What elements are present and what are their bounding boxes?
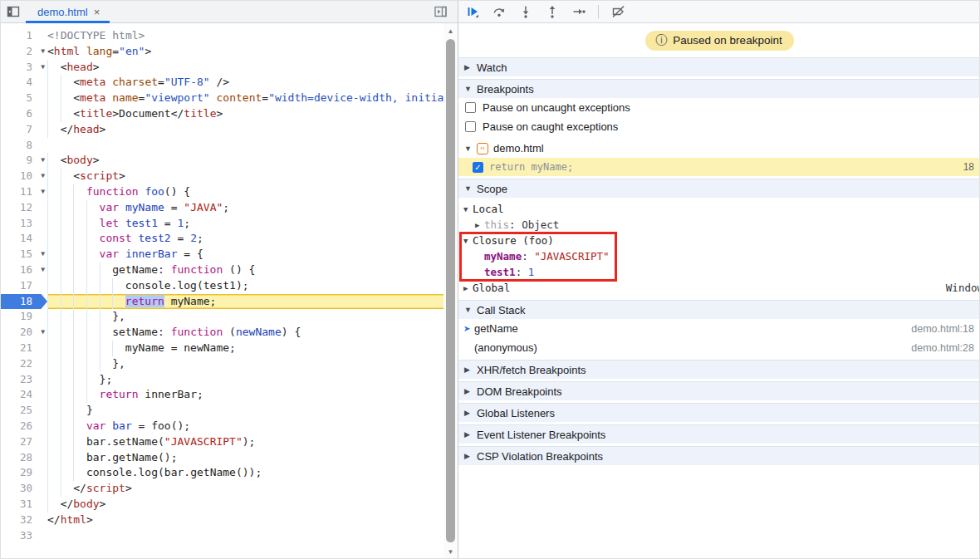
code-text[interactable]: <head> [47,60,443,76]
line-gutter[interactable]: 26 [1,419,47,434]
code-text[interactable]: <script> [47,169,443,184]
line-number[interactable]: 30 [20,481,32,497]
disclosure-triangle-icon[interactable]: ▼ [463,205,471,213]
line-gutter[interactable]: 3▼ [1,60,47,76]
code-text[interactable]: }, [47,356,443,372]
pause-on-uncaught-exceptions-row[interactable]: Pause on uncaught exceptions [458,98,980,117]
line-number[interactable]: 23 [20,372,32,388]
code-editor[interactable]: 1<!DOCTYPE html>2▼<html lang="en">3▼<hea… [1,23,458,559]
line-gutter[interactable]: 21 [1,341,47,356]
line-gutter[interactable]: 23 [1,372,47,388]
scroll-up-icon[interactable]: ▲ [443,25,458,37]
code-text[interactable]: console.log(test1); [47,278,443,294]
code-text[interactable]: var myName = "JAVA"; [47,200,443,216]
code-text[interactable]: <body> [47,153,443,169]
line-gutter[interactable]: 29 [1,465,47,481]
line-number[interactable]: 11 [20,184,32,200]
breakpoint-file-group[interactable]: ▼ ‹› demo.html [458,139,980,158]
code-text[interactable]: </html> [47,512,443,528]
pause-uncaught-checkbox[interactable] [465,102,476,113]
line-number[interactable]: 29 [20,465,32,481]
line-gutter[interactable]: 15▼ [1,247,47,262]
fold-arrow-icon[interactable]: ▼ [41,247,45,262]
line-number[interactable]: 21 [20,341,32,356]
code-text[interactable] [47,138,443,154]
resume-script-icon[interactable] [465,4,480,19]
line-gutter[interactable]: 6 [1,106,47,122]
code-text[interactable]: var bar = foo(); [47,419,443,434]
line-gutter[interactable]: 14 [1,231,47,247]
line-number[interactable]: 13 [20,216,32,232]
line-number[interactable]: 27 [20,434,32,450]
line-gutter[interactable]: 16▼ [1,262,47,278]
disclosure-triangle-icon[interactable]: ▶ [475,221,483,229]
code-text[interactable]: }; [47,372,443,388]
line-number[interactable]: 17 [20,278,32,294]
code-text[interactable]: <meta name="viewport" content="width=dev… [47,91,443,106]
code-text[interactable]: </body> [47,497,443,512]
section-dom-breakpoints[interactable]: ▶DOM Breakpoints [458,381,980,400]
section-scope[interactable]: ▼ Scope [458,179,980,198]
scope-group-row[interactable]: ▼Closure (foo) [458,233,980,248]
code-text[interactable]: console.log(bar.getName()); [47,465,443,481]
line-gutter[interactable]: 32 [1,512,47,528]
line-gutter[interactable]: 22 [1,356,47,372]
line-gutter[interactable]: 25 [1,403,47,419]
scope-group-row[interactable]: ▶GlobalWindow [458,280,980,296]
step-over-icon[interactable] [492,4,507,19]
section-watch[interactable]: ▶ Watch [458,57,980,76]
line-number[interactable]: 12 [20,200,32,216]
scope-variable-row[interactable]: test1: 1 [458,264,980,280]
code-text[interactable]: </script> [47,481,443,497]
line-gutter[interactable]: 30 [1,481,47,497]
show-navigator-icon[interactable] [1,1,26,22]
call-stack-frame[interactable]: (anonymous)demo.html:28 [458,338,980,357]
code-text[interactable] [47,528,443,544]
section-csp-violation-breakpoints[interactable]: ▶CSP Violation Breakpoints [458,446,980,465]
scope-group-row[interactable]: ▼Local [458,201,980,217]
code-text[interactable]: <!DOCTYPE html> [47,28,443,44]
line-number[interactable]: 2 [26,44,32,60]
line-number[interactable]: 3 [26,60,32,76]
fold-arrow-icon[interactable]: ▼ [41,325,45,341]
line-gutter[interactable]: 1 [1,28,47,44]
code-text[interactable]: return innerBar; [47,387,443,403]
fold-arrow-icon[interactable]: ▼ [41,184,45,200]
code-text[interactable]: getName: function () { [47,262,443,278]
line-number[interactable]: 28 [20,450,32,466]
code-text[interactable]: bar.getName(); [47,450,443,466]
disclosure-triangle-icon[interactable]: ▼ [463,237,471,245]
line-gutter[interactable]: 27 [1,434,47,450]
line-number[interactable]: 8 [26,138,32,154]
code-text[interactable]: <meta charset="UTF-8" /> [47,75,443,91]
section-breakpoints[interactable]: ▼ Breakpoints [458,79,980,98]
scope-variable-row[interactable]: ▶this: Object [458,217,980,233]
line-number[interactable]: 33 [20,528,32,544]
breakpoint-entry[interactable]: ✓ return myName; 18 [458,158,980,176]
line-gutter[interactable]: 31 [1,497,47,512]
line-gutter[interactable]: 24 [1,387,47,403]
line-number[interactable]: 32 [20,512,32,528]
deactivate-breakpoints-icon[interactable] [610,4,625,19]
line-number[interactable]: 4 [26,75,32,91]
line-number[interactable]: 7 [26,122,32,138]
section-event-listener-breakpoints[interactable]: ▶Event Listener Breakpoints [458,424,980,444]
line-gutter[interactable]: 2▼ [1,44,47,60]
line-gutter[interactable]: 12 [1,200,47,216]
fold-arrow-icon[interactable]: ▼ [41,169,45,184]
code-text[interactable]: </head> [47,122,443,138]
pause-on-caught-exceptions-row[interactable]: Pause on caught exceptions [458,117,980,136]
code-text[interactable]: const test2 = 2; [47,231,443,247]
step-out-icon[interactable] [545,4,560,19]
line-gutter[interactable]: 7 [1,122,47,138]
line-number[interactable]: 26 [20,419,32,434]
line-number[interactable]: 18 [20,294,32,310]
code-text[interactable]: }, [47,309,443,325]
fold-arrow-icon[interactable]: ▼ [41,153,45,169]
line-number[interactable]: 15 [20,247,32,262]
code-text[interactable]: function foo() { [47,184,443,200]
line-gutter[interactable]: 4 [1,75,47,91]
step-into-icon[interactable] [518,4,533,19]
code-text[interactable]: } [47,403,443,419]
line-number[interactable]: 16 [20,262,32,278]
